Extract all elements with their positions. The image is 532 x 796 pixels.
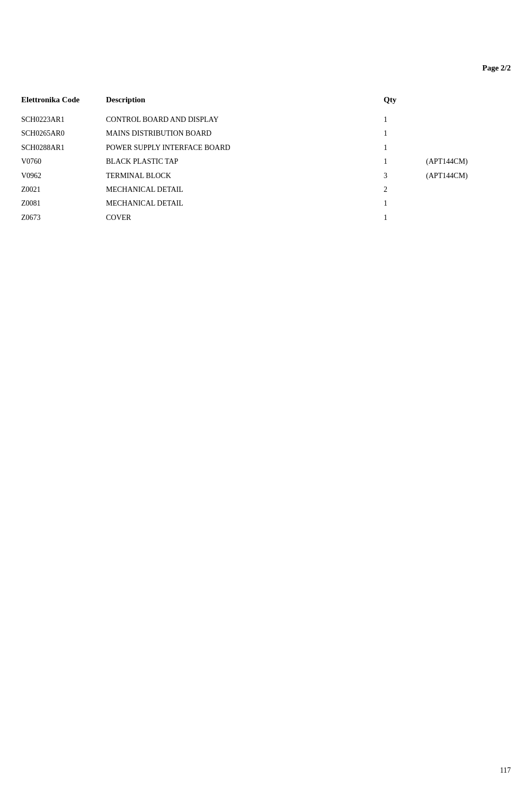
cell-qty: 3	[384, 170, 426, 182]
cell-code: Z0081	[21, 198, 106, 209]
cell-note: (APT144CM)	[426, 170, 511, 182]
cell-qty: 1	[384, 156, 426, 167]
cell-note	[426, 142, 511, 154]
cell-code: SCH0265AR0	[21, 128, 106, 139]
cell-qty: 1	[384, 142, 426, 154]
cell-code: V0760	[21, 156, 106, 167]
cell-qty: 1	[384, 128, 426, 139]
table-row: V0760 BLACK PLASTIC TAP 1 (APT144CM)	[21, 155, 511, 169]
cell-code: SCH0288AR1	[21, 142, 106, 154]
table-row: SCH0223AR1 CONTROL BOARD AND DISPLAY 1	[21, 113, 511, 127]
cell-code: V0962	[21, 170, 106, 182]
page-label: Page 2/2	[482, 64, 511, 73]
table-row: SCH0288AR1 POWER SUPPLY INTERFACE BOARD …	[21, 141, 511, 155]
header-code: Elettronika Code	[21, 95, 106, 104]
cell-qty: 1	[384, 212, 426, 224]
cell-note	[426, 184, 511, 196]
cell-description: MAINS DISTRIBUTION BOARD	[106, 128, 384, 139]
cell-description: POWER SUPPLY INTERFACE BOARD	[106, 142, 384, 154]
page-content: Page 2/2 Elettronika Code Description Qt…	[21, 32, 511, 225]
cell-qty: 1	[384, 114, 426, 126]
cell-qty: 2	[384, 184, 426, 196]
table-row: Z0021 MECHANICAL DETAIL 2	[21, 183, 511, 197]
cell-description: COVER	[106, 212, 384, 224]
cell-qty: 1	[384, 198, 426, 209]
cell-note	[426, 198, 511, 209]
cell-code: Z0021	[21, 184, 106, 196]
cell-description: MECHANICAL DETAIL	[106, 184, 384, 196]
table-body: SCH0223AR1 CONTROL BOARD AND DISPLAY 1 S…	[21, 113, 511, 225]
cell-note	[426, 128, 511, 139]
cell-description: BLACK PLASTIC TAP	[106, 156, 384, 167]
cell-description: CONTROL BOARD AND DISPLAY	[106, 114, 384, 126]
header-description: Description	[106, 95, 384, 104]
table-row: V0962 TERMINAL BLOCK 3 (APT144CM)	[21, 169, 511, 183]
page-number: 117	[500, 766, 511, 775]
header-qty: Qty	[384, 95, 426, 104]
cell-description: TERMINAL BLOCK	[106, 170, 384, 182]
cell-note	[426, 212, 511, 224]
cell-note	[426, 114, 511, 126]
table-header: Elettronika Code Description Qty	[21, 95, 511, 104]
header-note	[426, 95, 511, 104]
table-row: Z0673 COVER 1	[21, 211, 511, 225]
cell-note: (APT144CM)	[426, 156, 511, 167]
table-row: Z0081 MECHANICAL DETAIL 1	[21, 197, 511, 210]
cell-description: MECHANICAL DETAIL	[106, 198, 384, 209]
cell-code: Z0673	[21, 212, 106, 224]
table-row: SCH0265AR0 MAINS DISTRIBUTION BOARD 1	[21, 127, 511, 140]
cell-code: SCH0223AR1	[21, 114, 106, 126]
